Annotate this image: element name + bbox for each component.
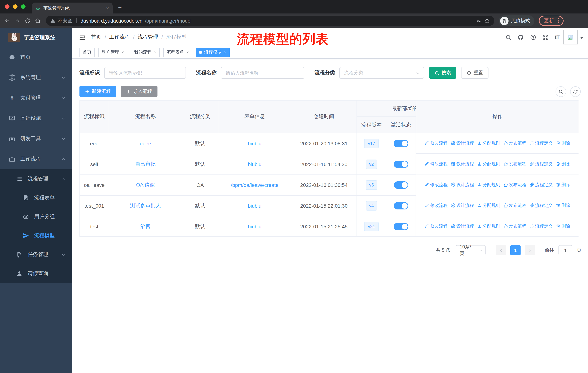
sidebar-item-payment[interactable]: 支付管理 [0,88,72,108]
collapse-sidebar-icon[interactable] [79,33,86,41]
url-bar[interactable]: 不安全 dashboard.yudao.iocoder.cn/bpm/manag… [46,16,494,26]
action-assign[interactable]: 分配规则 [477,202,500,209]
fullscreen-icon[interactable] [542,34,549,40]
tag-close-icon[interactable] [224,50,226,54]
active-toggle[interactable] [394,223,408,230]
search-button[interactable]: 搜索 [429,67,456,79]
version-tag[interactable]: v4 [366,201,377,211]
version-tag[interactable]: v17 [364,139,379,148]
action-design[interactable]: 设计流程 [451,223,474,229]
home-icon[interactable] [35,18,41,24]
action-publish[interactable]: 发布流程 [504,161,526,167]
action-delete[interactable]: 删除 [556,223,570,229]
cell-model-name-link[interactable]: 自己审批 [135,161,156,168]
new-tab-button[interactable] [118,4,122,11]
action-delete[interactable]: 删除 [556,202,570,209]
cell-model-name-link[interactable]: OA 请假 [136,182,155,188]
version-tag[interactable]: v5 [366,180,377,190]
cell-model-name-link[interactable]: 测试多审批人 [130,202,161,209]
action-publish[interactable]: 发布流程 [504,181,526,188]
browser-tab[interactable]: 芋道管理系统 [32,2,113,13]
sidebar-item-workflow[interactable]: 工作流程 [0,149,72,169]
font-size-icon[interactable] [555,34,560,40]
cell-form-link[interactable]: biubiu [248,224,262,230]
action-design[interactable]: 设计流程 [451,202,474,209]
reload-icon[interactable] [25,18,31,24]
tag-close-icon[interactable] [186,50,189,54]
avatar-dropdown-caret[interactable] [580,37,584,39]
active-toggle[interactable] [394,161,408,168]
sidebar-logo[interactable]: 芋道管理系统 [0,28,72,47]
process-id-input[interactable] [104,67,186,79]
page-number-button[interactable]: 1 [510,245,521,255]
action-assign[interactable]: 分配规则 [477,140,500,146]
action-delete[interactable]: 删除 [556,140,570,146]
tag-process-form[interactable]: 流程表单 [163,48,192,57]
action-assign[interactable]: 分配规则 [477,161,500,167]
tag-tenant[interactable]: 租户管理 [98,48,127,57]
breadcrumb-home[interactable]: 首页 [91,34,101,40]
action-publish[interactable]: 发布流程 [504,140,526,146]
action-edit[interactable]: 修改流程 [425,202,448,209]
window-controls[interactable] [5,4,26,9]
process-category-select[interactable]: 流程分类 [339,67,424,79]
sidebar-item-dev-tools[interactable]: 研发工具 [0,129,72,149]
action-edit[interactable]: 修改流程 [425,140,448,146]
action-definition[interactable]: 流程定义 [530,140,553,146]
maximize-window-button[interactable] [21,4,26,9]
browser-update-button[interactable]: 更新 [539,16,564,26]
action-delete[interactable]: 删除 [556,181,570,188]
cell-form-link[interactable]: biubiu [248,161,262,167]
password-key-icon[interactable] [476,18,482,23]
sidebar-item-process-model[interactable]: 流程模型 [0,226,72,245]
tag-home[interactable]: 首页 [79,48,95,57]
tab-close-icon[interactable] [106,5,109,10]
sidebar-item-system[interactable]: 系统管理 [0,67,72,88]
help-icon[interactable] [530,34,536,40]
cell-form-link[interactable]: biubiu [248,203,262,209]
action-edit[interactable]: 修改流程 [425,223,448,229]
sidebar-item-leave-query[interactable]: 请假查询 [0,264,72,283]
action-definition[interactable]: 流程定义 [530,181,553,188]
sidebar-item-infrastructure[interactable]: 基础设施 [0,108,72,129]
cell-form-link[interactable]: biubiu [248,141,262,146]
active-toggle[interactable] [394,202,408,210]
avatar[interactable] [563,30,578,44]
cell-form-link[interactable]: /bpm/oa/leave/create [231,182,279,188]
action-definition[interactable]: 流程定义 [530,223,553,229]
page-size-select[interactable]: 10条/页 [456,245,486,255]
action-delete[interactable]: 删除 [556,161,570,167]
breadcrumb-workflow[interactable]: 工作流程 [109,34,130,40]
tag-my-process[interactable]: 我的流程 [131,48,160,57]
import-process-button[interactable]: 导入流程 [121,86,158,97]
forward-icon[interactable] [15,18,21,24]
create-process-button[interactable]: 新建流程 [79,86,116,97]
action-design[interactable]: 设计流程 [451,161,474,167]
bookmark-star-icon[interactable] [484,18,490,24]
action-publish[interactable]: 发布流程 [504,223,526,229]
sidebar-item-user-group[interactable]: 用户分组 [0,207,72,226]
sidebar-item-process-form[interactable]: 流程表单 [0,188,72,207]
github-icon[interactable] [518,34,524,40]
cell-model-name-link[interactable]: 滔博 [140,223,151,230]
warning-icon[interactable] [50,18,55,23]
show-search-button[interactable] [556,86,566,97]
breadcrumb-process-management[interactable]: 流程管理 [138,34,158,40]
goto-page-input[interactable] [558,245,572,255]
minimize-window-button[interactable] [13,4,18,9]
search-icon[interactable] [505,34,511,40]
active-toggle[interactable] [394,181,408,189]
browser-menu-icon[interactable] [557,18,560,23]
tag-close-icon[interactable] [121,50,124,54]
prev-page-button[interactable] [496,245,506,255]
reset-button[interactable]: 重置 [461,67,488,79]
tag-process-model[interactable]: 流程模型 [196,48,230,57]
refresh-table-button[interactable] [570,86,581,97]
process-name-input[interactable] [221,67,304,79]
action-design[interactable]: 设计流程 [451,181,474,188]
close-window-button[interactable] [5,4,10,9]
action-edit[interactable]: 修改流程 [425,161,448,167]
action-publish[interactable]: 发布流程 [504,202,526,209]
action-assign[interactable]: 分配规则 [477,223,500,229]
version-tag[interactable]: v2 [366,160,377,169]
